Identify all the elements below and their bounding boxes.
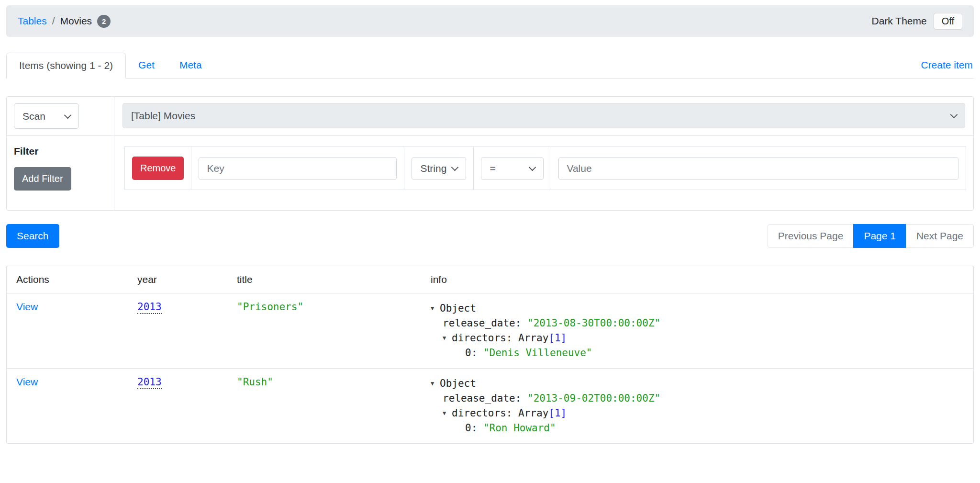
dark-theme-label: Dark Theme	[872, 15, 927, 27]
search-button[interactable]: Search	[6, 224, 59, 248]
operation-select-value: Scan	[22, 111, 45, 122]
operation-select[interactable]: Scan	[14, 103, 79, 129]
json-tree-node: release_date: "2013-08-30T00:00:00Z"	[443, 316, 964, 331]
filter-operator-select[interactable]: =	[481, 157, 544, 180]
add-filter-button[interactable]: Add Filter	[14, 167, 71, 191]
breadcrumb-tables-link[interactable]: Tables	[18, 15, 47, 27]
json-tree-line: ▼directors: Array[1]	[443, 331, 964, 346]
json-key: directors:	[452, 407, 518, 419]
breadcrumb-separator: /	[52, 15, 55, 27]
tree-toggler-icon[interactable]: ▼	[443, 406, 452, 421]
view-item-link[interactable]: View	[16, 301, 38, 312]
tab-bar: Items (showing 1 - 2) Get Meta Create it…	[6, 53, 974, 79]
operation-cell: Scan	[7, 97, 114, 135]
json-tree-line: release_date: "2013-09-02T00:00:00Z"	[443, 391, 964, 406]
json-tree-children: 0: "Ron Howard"	[455, 421, 964, 436]
json-tree-line: ▼directors: Array[1]	[443, 406, 964, 421]
column-header-actions: Actions	[7, 266, 128, 293]
cell-actions: View	[7, 293, 128, 369]
query-panel: Scan [Table] Movies Filter Add Filter Re…	[6, 96, 974, 211]
column-header-title: title	[227, 266, 421, 293]
tree-toggler-icon[interactable]: ▼	[431, 301, 440, 316]
create-item-link[interactable]: Create item	[920, 53, 974, 78]
tab-meta[interactable]: Meta	[167, 53, 214, 78]
json-type-label: Array	[518, 332, 548, 344]
filter-value-cell	[551, 147, 966, 190]
tab-items[interactable]: Items (showing 1 - 2)	[6, 53, 126, 79]
previous-page-button[interactable]: Previous Page	[768, 224, 854, 248]
json-tree-children: release_date: "2013-09-02T00:00:00Z"▼dir…	[443, 391, 964, 436]
filter-key-cell	[191, 147, 404, 190]
current-page-button[interactable]: Page 1	[853, 224, 906, 248]
json-tree-node: ▼directors: Array[1]0: "Denis Villeneuve…	[443, 331, 964, 360]
filter-operator-cell: =	[474, 147, 551, 190]
json-string-value: "Denis Villeneuve"	[483, 347, 592, 359]
json-key: directors:	[452, 332, 518, 344]
chevron-down-icon	[529, 163, 536, 171]
item-info-tree: ▼Objectrelease_date: "2013-08-30T00:00:0…	[431, 301, 964, 360]
cell-info: ▼Objectrelease_date: "2013-08-30T00:00:0…	[421, 293, 973, 369]
filter-value-input[interactable]	[558, 157, 958, 180]
cell-year: 2013	[128, 369, 227, 444]
page-root: Tables / Movies 2 Dark Theme Off Items (…	[0, 0, 980, 463]
json-tree-node: ▼Objectrelease_date: "2013-09-02T00:00:0…	[431, 376, 964, 436]
tree-toggler-icon[interactable]: ▼	[431, 376, 440, 391]
json-type-label: Object	[440, 378, 476, 389]
json-tree-line: release_date: "2013-08-30T00:00:00Z"	[443, 316, 964, 331]
chevron-down-icon	[950, 111, 958, 118]
json-key: 0:	[465, 422, 483, 434]
pagination: Previous Page Page 1 Next Page	[768, 224, 974, 248]
breadcrumb-current-table: Movies	[60, 15, 92, 27]
json-type-label: Array	[518, 407, 548, 419]
json-tree-node: 0: "Ron Howard"	[455, 421, 964, 436]
tree-toggler-icon[interactable]: ▼	[443, 331, 452, 346]
cell-info: ▼Objectrelease_date: "2013-09-02T00:00:0…	[421, 369, 973, 444]
json-tree-children: 0: "Denis Villeneuve"	[455, 346, 964, 360]
column-header-year: year	[128, 266, 227, 293]
filter-sidebar: Filter Add Filter	[7, 135, 114, 210]
cell-title: "Rush"	[227, 369, 421, 444]
json-tree-line: ▼Object	[431, 301, 964, 316]
item-year-link[interactable]: 2013	[137, 376, 162, 389]
remove-filter-button[interactable]: Remove	[132, 157, 184, 180]
json-string-value: "2013-08-30T00:00:00Z"	[527, 317, 660, 329]
item-count-badge: 2	[97, 15, 111, 28]
json-string-value: "2013-09-02T00:00:00Z"	[527, 393, 660, 404]
json-key: release_date:	[443, 317, 527, 329]
filter-type-select[interactable]: String	[412, 157, 466, 180]
filter-key-input[interactable]	[199, 157, 397, 180]
breadcrumb: Tables / Movies 2	[18, 15, 111, 28]
filter-row: Remove String =	[124, 146, 966, 190]
tab-get[interactable]: Get	[126, 53, 167, 78]
filter-rows-area: Remove String =	[114, 135, 973, 210]
cell-actions: View	[7, 369, 128, 444]
filter-label: Filter	[14, 146, 107, 157]
filter-remove-cell: Remove	[125, 147, 191, 190]
table-header-row: Actionsyeartitleinfo	[7, 266, 973, 293]
table-select-value: [Table] Movies	[131, 110, 195, 122]
item-title-value: "Prisoners"	[237, 301, 303, 313]
cell-year: 2013	[128, 293, 227, 369]
cell-title: "Prisoners"	[227, 293, 421, 369]
json-array-count: [1]	[548, 332, 567, 344]
filter-type-cell: String	[404, 147, 474, 190]
json-tree-node: release_date: "2013-09-02T00:00:00Z"	[443, 391, 964, 406]
view-item-link[interactable]: View	[16, 376, 38, 387]
item-title-value: "Rush"	[237, 376, 273, 388]
table-select[interactable]: [Table] Movies	[122, 103, 965, 128]
json-tree-line: ▼Object	[431, 376, 964, 391]
json-tree-line: 0: "Ron Howard"	[455, 421, 964, 436]
next-page-button[interactable]: Next Page	[906, 224, 974, 248]
item-year-link[interactable]: 2013	[137, 301, 162, 314]
json-string-value: "Ron Howard"	[483, 422, 556, 434]
json-array-count: [1]	[548, 407, 567, 419]
target-cell: [Table] Movies	[114, 97, 973, 135]
items-table: Actionsyeartitleinfo View2013"Prisoners"…	[7, 266, 973, 443]
dark-theme-toggle-button[interactable]: Off	[934, 13, 962, 30]
topbar: Tables / Movies 2 Dark Theme Off	[6, 5, 974, 37]
table-row: View2013"Prisoners"▼Objectrelease_date: …	[7, 293, 973, 369]
json-tree-children: release_date: "2013-08-30T00:00:00Z"▼dir…	[443, 316, 964, 360]
json-type-label: Object	[440, 303, 476, 314]
column-header-info: info	[421, 266, 973, 293]
actions-row: Search Previous Page Page 1 Next Page	[6, 224, 974, 248]
